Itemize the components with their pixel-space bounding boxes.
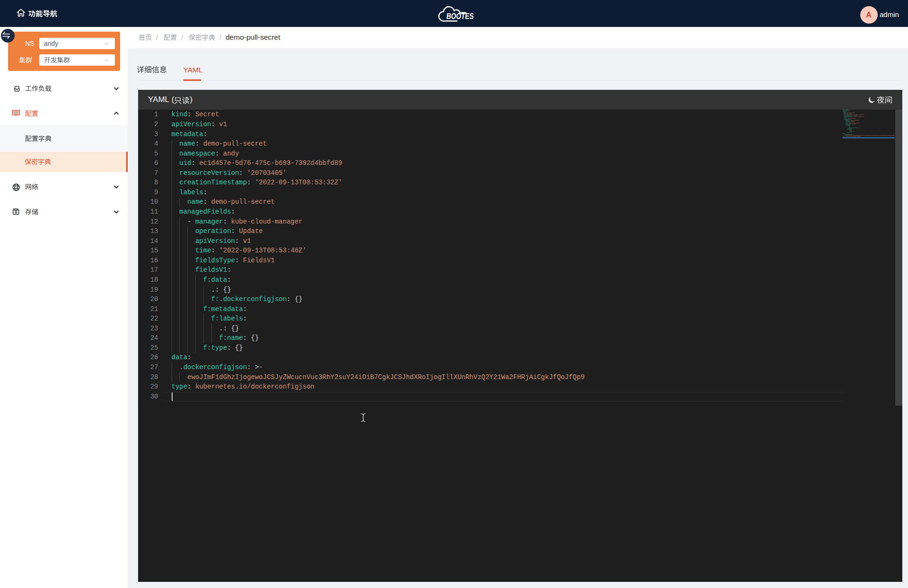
svg-text:BOOTES: BOOTES [446, 11, 474, 21]
